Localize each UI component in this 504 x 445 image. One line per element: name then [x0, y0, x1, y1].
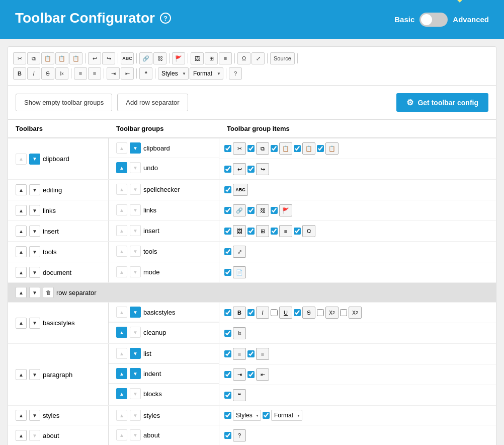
- item-indent2[interactable]: ⇥: [233, 368, 246, 381]
- tb-ul[interactable]: ≡: [88, 67, 101, 80]
- cb-subscript[interactable]: [317, 309, 324, 316]
- format-dropdown[interactable]: Format: [190, 67, 223, 80]
- tb-bold[interactable]: B: [13, 67, 26, 80]
- item-underline[interactable]: U: [279, 307, 292, 319]
- cb-underline[interactable]: [271, 309, 278, 316]
- cb-maximize[interactable]: [224, 248, 231, 255]
- cb-image[interactable]: [224, 228, 231, 235]
- help-icon[interactable]: ?: [160, 13, 171, 24]
- cb-cut[interactable]: [224, 145, 231, 152]
- group-basicstyles-up[interactable]: ▲: [116, 307, 127, 318]
- group-mode-down[interactable]: ▼: [130, 266, 141, 277]
- group-clipboard-up[interactable]: ▲: [116, 142, 127, 154]
- format-dropdown-wrap[interactable]: Format: [190, 67, 223, 80]
- cb-format-dropdown[interactable]: [263, 412, 270, 419]
- toolbar-basicstyles-up[interactable]: ▲: [16, 318, 27, 329]
- tb-spellcheck[interactable]: ABC: [121, 52, 134, 64]
- item-bold[interactable]: B: [233, 307, 246, 319]
- item-copy[interactable]: ⧉: [256, 142, 269, 155]
- toolbar-insert-down[interactable]: ▼: [29, 226, 40, 237]
- tb-redo[interactable]: ↪: [102, 52, 115, 64]
- item-strike2[interactable]: S: [302, 307, 315, 319]
- toolbar-sep-down[interactable]: ▼: [29, 287, 40, 298]
- toolbar-tools-down[interactable]: ▼: [29, 246, 40, 257]
- group-blocks-down[interactable]: ▼: [130, 388, 141, 399]
- tb-cut[interactable]: ✂: [13, 52, 26, 64]
- item-source[interactable]: 📄: [233, 266, 246, 278]
- item-ul[interactable]: ≡: [256, 348, 269, 360]
- item-ol[interactable]: ≡: [233, 348, 246, 360]
- tb-special-char[interactable]: Ω: [237, 52, 250, 64]
- tb-indent[interactable]: ⇥: [107, 67, 120, 80]
- cb-link[interactable]: [224, 207, 231, 214]
- cb-undo[interactable]: [224, 166, 231, 173]
- group-links-down[interactable]: ▼: [130, 204, 141, 215]
- toolbar-editing-up[interactable]: ▲: [16, 184, 27, 195]
- tb-paste-plain[interactable]: 📋: [69, 52, 82, 64]
- tb-blockquote[interactable]: ❝: [139, 67, 152, 80]
- group-tools-down[interactable]: ▼: [130, 246, 141, 257]
- cb-italic[interactable]: [247, 309, 255, 316]
- styles-dropdown[interactable]: Styles: [158, 67, 189, 80]
- group-styles-up[interactable]: ▲: [116, 410, 127, 421]
- item-undo[interactable]: ↩: [233, 163, 246, 175]
- group-insert-down[interactable]: ▼: [130, 225, 141, 236]
- tb-unlink[interactable]: ⛓: [153, 52, 166, 64]
- tb-copy[interactable]: ⧉: [27, 52, 40, 64]
- item-hline[interactable]: ≡: [279, 225, 292, 237]
- toolbar-links-up[interactable]: ▲: [16, 205, 27, 216]
- tb-outdent[interactable]: ⇤: [121, 67, 134, 80]
- cb-help[interactable]: [224, 432, 231, 439]
- styles-dropdown-wrap[interactable]: Styles: [158, 67, 189, 80]
- cb-ol[interactable]: [224, 350, 231, 357]
- tb-flag[interactable]: 🚩: [172, 52, 185, 64]
- tb-help[interactable]: ?: [229, 67, 242, 80]
- item-italic[interactable]: I: [256, 307, 269, 319]
- item-blockquote2[interactable]: ❝: [233, 389, 246, 401]
- group-indent-up[interactable]: ▲: [116, 368, 127, 379]
- cb-styles-dropdown[interactable]: [224, 412, 231, 419]
- cb-ul[interactable]: [247, 350, 255, 357]
- cb-strike2[interactable]: [294, 309, 301, 316]
- tb-italic[interactable]: I: [27, 67, 40, 80]
- group-cleanup-up[interactable]: ▲: [116, 327, 127, 338]
- item-paste-text[interactable]: 📋: [302, 142, 315, 155]
- item-paste-word[interactable]: 📋: [325, 142, 339, 155]
- toolbar-clipboard-down[interactable]: ▼: [29, 154, 40, 165]
- cb-outdent2[interactable]: [247, 371, 255, 378]
- item-anchor[interactable]: 🚩: [279, 204, 292, 216]
- show-empty-btn[interactable]: Show empty toolbar groups: [16, 94, 112, 111]
- group-spellchecker-up[interactable]: ▲: [116, 184, 127, 195]
- group-list-down[interactable]: ▼: [130, 348, 141, 359]
- cb-bold[interactable]: [224, 309, 231, 316]
- toolbar-editing-down[interactable]: ▼: [29, 184, 40, 195]
- group-indent-down[interactable]: ▼: [130, 368, 141, 379]
- group-undo-down[interactable]: ▼: [130, 162, 141, 173]
- item-table[interactable]: ⊞: [256, 225, 269, 237]
- toolbar-insert-up[interactable]: ▲: [16, 226, 27, 237]
- group-tools-up[interactable]: ▲: [116, 246, 127, 257]
- item-subscript[interactable]: X2: [325, 307, 339, 319]
- cb-removeformat[interactable]: [224, 330, 231, 337]
- tb-image[interactable]: 🖼: [191, 52, 204, 64]
- group-basicstyles-down[interactable]: ▼: [130, 307, 141, 318]
- item-spellcheck[interactable]: ABC: [233, 184, 248, 196]
- tb-table[interactable]: ⊞: [205, 52, 218, 64]
- toolbar-paragraph-down[interactable]: ▼: [29, 369, 40, 380]
- toolbar-clipboard-up[interactable]: ▲: [16, 154, 27, 165]
- item-paste[interactable]: 📋: [279, 142, 292, 155]
- styles-item-wrap[interactable]: Styles: [233, 410, 261, 421]
- item-help[interactable]: ?: [233, 429, 246, 441]
- cb-special-char[interactable]: [294, 228, 301, 235]
- group-spellchecker-down[interactable]: ▼: [130, 184, 141, 195]
- cb-paste-word[interactable]: [317, 145, 324, 152]
- tb-paste-text[interactable]: 📋: [41, 52, 54, 64]
- item-redo[interactable]: ↪: [256, 163, 269, 175]
- tb-ol[interactable]: ≡: [74, 67, 87, 80]
- format-item-dropdown[interactable]: Format: [271, 410, 302, 421]
- cb-copy[interactable]: [247, 145, 255, 152]
- toolbar-sep-delete[interactable]: 🗑: [43, 287, 54, 298]
- group-undo-up[interactable]: ▲: [116, 162, 127, 173]
- tb-source[interactable]: Source: [270, 52, 295, 64]
- toolbar-links-down[interactable]: ▼: [29, 205, 40, 216]
